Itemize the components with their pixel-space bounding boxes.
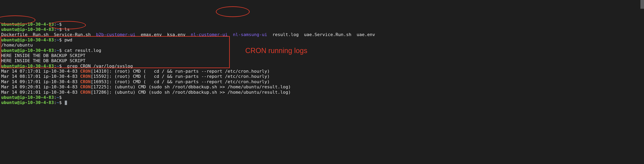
- prompt-dollar: $: [59, 64, 64, 69]
- prompt-colon: :: [54, 64, 56, 69]
- ls-item: Dockerfile: [1, 32, 28, 37]
- cmd-cat: cat result.log: [64, 48, 101, 53]
- prompt-dollar: $: [59, 22, 64, 27]
- ls-item: emax.env: [141, 32, 162, 37]
- cron-tag: CRON: [80, 79, 91, 84]
- terminal-line: /home/ubuntu: [1, 43, 643, 48]
- prompt-cwd: ~: [56, 95, 59, 100]
- cat-output: HERE INSIDE THE DB BACKUP SCRIPT: [1, 58, 86, 63]
- cron-rest: [14310]: (root) CMD ( cd / && run-parts …: [91, 69, 270, 74]
- cmd-pwd: pwd: [64, 37, 72, 42]
- terminal-line: ubuntu@ip-10-30-4-83:~$ grep CRON /var/l…: [1, 64, 643, 69]
- prompt-dollar: $: [59, 95, 64, 100]
- text: [136, 32, 141, 37]
- prompt-user-host: ubuntu@ip-10-30-4-83: [1, 64, 54, 69]
- ls-item-dir: nl-samsung-ui: [233, 32, 267, 37]
- terminal-line: ubuntu@ip-10-30-4-83:~$: [1, 95, 643, 100]
- cron-prefix: Mar 14 09:21:01 ip-10-30-4-83: [1, 90, 80, 95]
- cmd-ls: ls: [64, 27, 70, 32]
- cron-rest: [17286]: (ubuntu) CMD (sudo sh /root/dbb…: [91, 90, 291, 95]
- cron-rest: [16953]: (root) CMD ( cd / && run-parts …: [91, 79, 270, 84]
- terminal-output[interactable]: ubuntu@ip-10-30-4-83:~$ ubuntu@ip-10-30-…: [1, 22, 643, 105]
- prompt-cwd: ~: [56, 27, 59, 32]
- text: [186, 32, 191, 37]
- prompt-cwd: ~: [56, 48, 59, 53]
- terminal-line: ubuntu@ip-10-30-4-83:~$ cat result.log: [1, 48, 643, 53]
- cron-tag: CRON: [80, 84, 91, 89]
- cmd-grep: grep CRON /var/log/syslog: [64, 64, 133, 69]
- terminal-line: Mar 14 09:20:01 ip-10-30-4-83 CRON[17225…: [1, 84, 643, 89]
- ls-item: Service-Run.sh: [54, 32, 91, 37]
- prompt-user-host: ubuntu@ip-10-30-4-83: [1, 100, 54, 105]
- prompt-colon: :: [54, 37, 56, 42]
- terminal-line: HERE INSIDE THE DB BACKUP SCRIPT: [1, 53, 643, 58]
- cron-prefix: Mar 14 08:17:01 ip-10-30-4-83: [1, 74, 80, 79]
- prompt-cwd: ~: [56, 22, 59, 27]
- ls-item: uae.Service.Run.sh: [304, 32, 351, 37]
- terminal-line: ubuntu@ip-10-30-4-83:~$ ls: [1, 27, 643, 32]
- ls-item-dir: b2b-customer-ui: [96, 32, 136, 37]
- terminal-line: ubuntu@ip-10-30-4-83:~$ pwd: [1, 37, 643, 43]
- ls-item: result.log: [272, 32, 298, 37]
- cron-rest: [17225]: (ubuntu) CMD (sudo sh /root/dbb…: [91, 84, 291, 89]
- text: [48, 32, 54, 37]
- terminal-line: Mar 14 09:21:01 ip-10-30-4-83 CRON[17286…: [1, 90, 643, 95]
- prompt-user-host: ubuntu@ip-10-30-4-83: [1, 22, 54, 27]
- prompt-cwd: ~: [56, 100, 59, 105]
- terminal-line: Mar 14 07:17:01 ip-10-30-4-83 CRON[14310…: [1, 69, 643, 74]
- text: [28, 32, 33, 37]
- text: [162, 32, 167, 37]
- cursor: [65, 101, 67, 105]
- terminal-line: Dockerfile Run.sh Service-Run.sh b2b-cus…: [1, 32, 643, 37]
- prompt-dollar: $: [59, 37, 64, 42]
- annotation-label: CRON running logs: [245, 46, 307, 55]
- terminal-line: ubuntu@ip-10-30-4-83:~$: [1, 100, 643, 105]
- text: [228, 32, 233, 37]
- highlight-result-log: [216, 6, 250, 17]
- prompt-colon: :: [54, 27, 56, 32]
- prompt-cwd: ~: [56, 64, 59, 69]
- cron-tag: CRON: [80, 69, 91, 74]
- prompt-colon: :: [54, 95, 56, 100]
- prompt-user-host: ubuntu@ip-10-30-4-83: [1, 95, 54, 100]
- cron-prefix: Mar 14 07:17:01 ip-10-30-4-83: [1, 69, 80, 74]
- prompt-dollar: $: [59, 27, 64, 32]
- terminal-line: HERE INSIDE THE DB BACKUP SCRIPT: [1, 58, 643, 63]
- text: [352, 32, 357, 37]
- ls-item-dir: nl-customer-ui: [191, 32, 228, 37]
- text: [91, 32, 96, 37]
- text: [299, 32, 304, 37]
- pwd-output: /home/ubuntu: [1, 43, 33, 48]
- prompt-user-host: ubuntu@ip-10-30-4-83: [1, 27, 54, 32]
- prompt-colon: :: [54, 22, 56, 27]
- ls-item: Run.sh: [33, 32, 48, 37]
- prompt-dollar: $: [59, 100, 64, 105]
- prompt-colon: :: [54, 100, 56, 105]
- terminal-line: Mar 14 08:17:01 ip-10-30-4-83 CRON[15592…: [1, 74, 643, 79]
- cron-tag: CRON: [80, 74, 91, 79]
- cron-prefix: Mar 14 09:17:01 ip-10-30-4-83: [1, 79, 80, 84]
- prompt-cwd: ~: [56, 37, 59, 42]
- cron-rest: [15592]: (root) CMD ( cd / && run-parts …: [91, 74, 270, 79]
- prompt-user-host: ubuntu@ip-10-30-4-83: [1, 37, 54, 42]
- cron-prefix: Mar 14 09:20:01 ip-10-30-4-83: [1, 84, 80, 89]
- ls-item: ksa.env: [167, 32, 186, 37]
- cat-output: HERE INSIDE THE DB BACKUP SCRIPT: [1, 53, 86, 58]
- prompt-colon: :: [54, 48, 56, 53]
- terminal-line: Mar 14 09:17:01 ip-10-30-4-83 CRON[16953…: [1, 79, 643, 84]
- cron-tag: CRON: [80, 90, 91, 95]
- prompt-dollar: $: [59, 48, 64, 53]
- scrollbar[interactable]: [640, 0, 644, 9]
- prompt-user-host: ubuntu@ip-10-30-4-83: [1, 48, 54, 53]
- terminal-line: ubuntu@ip-10-30-4-83:~$: [1, 22, 643, 27]
- ls-item: uae.env: [356, 32, 375, 37]
- text: [267, 32, 272, 37]
